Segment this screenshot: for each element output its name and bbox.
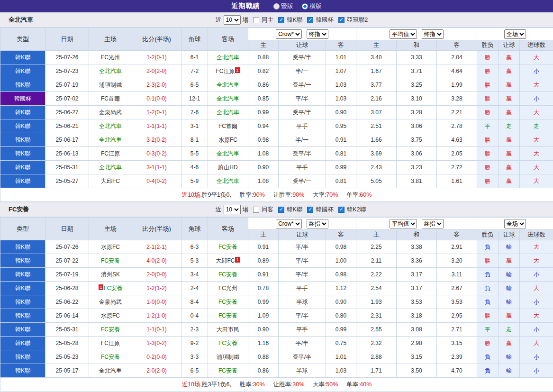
match-date: 25-06-21 (45, 119, 89, 133)
score-cell: 2-1(2-1) (132, 240, 181, 254)
home-team-name: 全北汽車 (99, 367, 122, 374)
goals-verdict: 大 (520, 254, 553, 268)
period-select[interactable]: 全场 (504, 219, 526, 228)
league-badge: 韓K聯 (0, 282, 45, 295)
away-team: FC江原1 (208, 64, 248, 78)
euro-away-odds: 2.78 (437, 119, 477, 133)
radio-unselected-icon[interactable] (273, 3, 280, 9)
score-cell: 1-0(0-0) (132, 295, 181, 309)
away-team-name: FC安養 (218, 367, 237, 374)
home-team-name: FC江原 (101, 340, 120, 346)
league-badge: 韓K聯 (0, 133, 45, 147)
match-row: 韓K聯 25-07-19 濟州SK 2-0(0-0) 3-4 FC安養 0.91… (0, 268, 553, 282)
average-select[interactable]: 平均值 (390, 219, 417, 228)
home-team: 全北汽車 (89, 119, 132, 133)
euro-draw-odds: 3.08 (397, 323, 437, 337)
euro-stage-select[interactable]: 终指 (422, 219, 444, 228)
league-label-2: 韓國杯 (316, 206, 334, 214)
asia-home-odds: 0.98 (248, 133, 279, 147)
match-row: 韓K聯 25-05-23 FC安養 0-2(0-0) 3-3 浦項制鐵 0.88… (0, 350, 553, 364)
home-team-name: 水原FC (101, 244, 120, 250)
league-checkbox-1[interactable] (278, 207, 284, 213)
asia-stage-select[interactable]: 终指 (307, 29, 328, 39)
league-checkbox-2[interactable] (307, 207, 313, 213)
period-select[interactable]: 全场 (504, 29, 526, 39)
score-cell: 1-1(0-1) (132, 323, 181, 337)
result-verdict: 平 (477, 119, 499, 133)
euro-away-odds: 2.04 (437, 51, 477, 64)
match-row: 韓K聯 25-07-19 浦項制鐵 2-3(2-0) 6-5 全北汽車 0.86… (0, 78, 553, 92)
match-date: 25-05-23 (45, 350, 89, 364)
euro-home-odds: 2.25 (356, 240, 397, 254)
euro-stage-select[interactable]: 终指 (422, 29, 444, 39)
handicap-verdict: 赢 (499, 254, 520, 268)
league-checkbox-3[interactable] (338, 17, 344, 23)
home-team: 大邱FC (89, 174, 132, 188)
asia-handicap: 受平/半 (279, 51, 326, 64)
asia-away-odds: 0.90 (326, 295, 356, 309)
league-checkbox-1[interactable] (278, 17, 284, 23)
match-row: 韓K聯 25-05-31 全北汽車 3-1(1-1) 4-6 蔚山HD 0.90… (0, 161, 553, 174)
bookmaker-select[interactable]: Crow* (276, 219, 302, 228)
goals-verdict: 大 (520, 309, 553, 323)
away-team: 全北汽車 (208, 174, 248, 188)
asia-home-odds: 0.90 (248, 323, 279, 337)
euro-away-odds: 3.15 (437, 337, 477, 350)
asia-away-odds: 1.00 (326, 254, 356, 268)
same-venue-checkbox[interactable] (253, 17, 259, 23)
red-card-badge: 1 (99, 284, 103, 290)
result-verdict: 勝 (477, 309, 499, 323)
asia-handicap: 平手 (279, 323, 326, 337)
home-team: FC安養 (89, 350, 132, 364)
result-verdict: 勝 (477, 337, 499, 350)
asia-handicap: 平/半 (279, 337, 326, 350)
match-date: 25-05-31 (45, 161, 89, 174)
horizontal-layout-radio[interactable]: 橫版 (302, 2, 322, 10)
league-checkbox-3[interactable] (338, 207, 344, 213)
result-verdict: 勝 (477, 51, 499, 64)
top-title-bar: 近期戰績 豎版 橫版 (0, 0, 553, 12)
field-label: 場 (243, 16, 249, 24)
away-team: 浦項制鐵 (208, 350, 248, 364)
goals-verdict: 大 (520, 147, 553, 161)
league-label-2: 韓國杯 (316, 16, 334, 24)
period-controls: 全场 (477, 28, 553, 40)
league-badge: 韓K聯 (0, 161, 45, 174)
match-row: 韓K聯 25-05-28 FC江原 1-3(0-2) 9-2 FC安養 1.16… (0, 337, 553, 350)
league-label-1: 韓K聯 (287, 206, 302, 214)
col-type: 类型 (0, 218, 45, 240)
match-row: 韓K聯 25-07-23 全北汽車 2-0(2-0) 7-2 FC江原1 0.8… (0, 64, 553, 78)
euro-home-odds: 5.05 (356, 174, 397, 188)
vertical-layout-radio[interactable]: 豎版 (273, 2, 293, 10)
league-badge: 韓K聯 (0, 51, 45, 64)
league-checkbox-2[interactable] (307, 17, 313, 23)
asia-home-odds: 0.99 (248, 106, 279, 119)
home-team-name: 全北汽車 (99, 137, 122, 143)
home-team-name: 浦項制鐵 (99, 82, 122, 88)
away-team-name: FC安養 (218, 340, 237, 346)
same-venue-checkbox[interactable] (253, 207, 259, 213)
home-team-name: 全北汽車 (99, 68, 122, 74)
match-count-select[interactable]: 10 (224, 15, 241, 25)
asia-stage-select[interactable]: 终指 (307, 219, 328, 228)
match-count-select[interactable]: 10 (224, 205, 241, 214)
home-team: FC江原 (89, 147, 132, 161)
bookmaker-select[interactable]: Crow* (276, 29, 302, 39)
radio-selected-icon[interactable] (302, 3, 308, 9)
handicap-verdict: 赢 (499, 106, 520, 119)
away-team: 水原FC (208, 133, 248, 147)
match-date: 25-07-02 (45, 92, 89, 106)
euro-draw-odds: 3.28 (397, 106, 437, 119)
result-verdict: 勝 (477, 106, 499, 119)
asia-home-odds: 0.85 (248, 92, 279, 106)
goals-verdict: 小 (520, 323, 553, 337)
score-cell: 2-0(0-0) (132, 268, 181, 282)
home-team: FC江原 (89, 337, 132, 350)
goals-verdict: 小 (520, 364, 553, 378)
league-badge: 韓K聯 (0, 268, 45, 282)
euro-away-odds: 3.20 (437, 254, 477, 268)
handicap-verdict: 赢 (499, 147, 520, 161)
average-select[interactable]: 平均值 (390, 29, 417, 39)
asia-away-odds: 0.75 (326, 337, 356, 350)
away-team-name: FC江原 (216, 68, 235, 74)
